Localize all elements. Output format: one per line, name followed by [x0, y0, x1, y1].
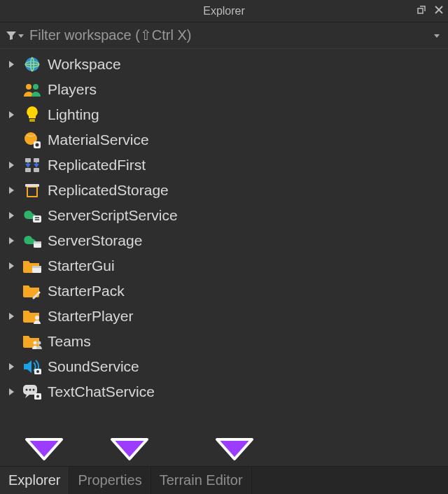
chevron-right-icon	[9, 61, 14, 68]
tree-item-replicatedfirst[interactable]: ReplicatedFirst	[0, 153, 448, 178]
svg-rect-9	[34, 158, 39, 162]
explorer-tree: WorkspacePlayersLightingMaterialServiceR…	[0, 49, 448, 432]
expand-toggle[interactable]	[6, 313, 17, 320]
svg-point-31	[36, 395, 39, 398]
annotation-arrow-icon	[109, 437, 150, 460]
tree-item-label: ServerScriptService	[48, 207, 178, 224]
filter-icon[interactable]	[6, 31, 24, 41]
svg-rect-19	[32, 266, 41, 268]
tree-item-label: TextChatService	[48, 383, 155, 400]
panel-title: Explorer	[203, 5, 245, 17]
expand-toggle[interactable]	[6, 262, 17, 269]
svg-rect-17	[34, 241, 41, 244]
tree-item-soundservice[interactable]: SoundService	[0, 354, 448, 379]
svg-rect-10	[25, 168, 31, 172]
tab-terrain-editor[interactable]: Terrain Editor	[151, 467, 252, 494]
tab-label: Properties	[78, 472, 141, 488]
filter-menu-chevron-icon[interactable]	[434, 34, 440, 38]
tree-item-label: StarterGui	[48, 257, 115, 274]
folder-people-icon	[22, 332, 42, 351]
folder-wand-icon	[22, 281, 42, 301]
cloud-box-icon	[22, 231, 42, 250]
chevron-right-icon	[9, 212, 14, 219]
tree-item-label: ServerStorage	[48, 232, 142, 249]
chevron-right-icon	[9, 111, 14, 118]
tree-item-serverscriptservice[interactable]: ServerScriptService	[0, 203, 448, 228]
tree-item-label: Teams	[48, 333, 91, 350]
svg-marker-32	[27, 439, 62, 459]
tab-properties[interactable]: Properties	[69, 467, 150, 494]
svg-point-27	[26, 389, 28, 391]
chevron-right-icon	[9, 162, 14, 169]
tree-item-materialservice[interactable]: MaterialService	[0, 127, 448, 153]
svg-rect-15	[33, 216, 41, 223]
svg-point-29	[33, 389, 35, 391]
popout-icon[interactable]	[416, 4, 427, 18]
tree-item-players[interactable]: Players	[0, 77, 448, 102]
tree-item-label: Lighting	[48, 106, 99, 123]
expand-toggle[interactable]	[6, 212, 17, 219]
expand-toggle[interactable]	[6, 162, 17, 169]
svg-point-25	[36, 370, 39, 373]
tree-item-lighting[interactable]: Lighting	[0, 102, 448, 127]
tree-item-label: StarterPack	[48, 283, 125, 299]
folder-person-icon	[22, 306, 42, 326]
tabbar: ExplorerPropertiesTerrain Editor	[0, 466, 448, 494]
svg-marker-33	[112, 439, 147, 459]
svg-point-28	[29, 389, 31, 391]
svg-rect-4	[29, 119, 35, 122]
expand-toggle[interactable]	[6, 111, 17, 118]
globe-icon	[22, 55, 42, 74]
chevron-right-icon	[9, 363, 14, 370]
chevron-right-icon	[9, 187, 14, 194]
tree-item-workspace[interactable]: Workspace	[0, 52, 448, 77]
tab-label: Explorer	[8, 472, 60, 488]
tree-item-starterplayer[interactable]: StarterPlayer	[0, 304, 448, 329]
explorer-panel: Explorer WorkspacePlayersLightingMateria…	[0, 0, 448, 494]
tree-item-label: Players	[48, 81, 97, 98]
tree-item-textchatservice[interactable]: TextChatService	[0, 379, 448, 404]
filter-row	[0, 22, 448, 49]
bin-icon	[22, 181, 42, 200]
tree-item-replicatedstorage[interactable]: ReplicatedStorage	[0, 178, 448, 203]
tree-item-label: MaterialService	[48, 132, 149, 148]
svg-rect-13	[25, 184, 39, 187]
tree-item-label: ReplicatedStorage	[48, 182, 169, 199]
close-icon[interactable]	[434, 5, 444, 17]
tree-item-starterpack[interactable]: StarterPack	[0, 278, 448, 304]
svg-marker-34	[217, 439, 252, 459]
chevron-right-icon	[9, 388, 14, 395]
annotation-arrows-row	[0, 432, 448, 466]
tab-explorer[interactable]: Explorer	[0, 467, 69, 494]
tree-item-serverstorage[interactable]: ServerStorage	[0, 228, 448, 253]
folder-window-icon	[22, 256, 42, 276]
chevron-right-icon	[9, 313, 14, 320]
annotation-arrow-icon	[214, 437, 255, 460]
expand-toggle[interactable]	[6, 388, 17, 395]
svg-point-2	[26, 84, 31, 90]
replicate-down-icon	[22, 155, 42, 175]
svg-point-20	[38, 292, 40, 293]
window-buttons	[416, 0, 444, 22]
cloud-script-icon	[22, 206, 42, 225]
svg-point-7	[36, 143, 39, 147]
tab-label: Terrain Editor	[160, 472, 243, 488]
bulb-icon	[22, 105, 42, 125]
annotation-arrow-icon	[24, 437, 64, 460]
tree-item-label: SoundService	[48, 358, 139, 375]
expand-toggle[interactable]	[6, 363, 17, 370]
svg-rect-11	[34, 168, 39, 172]
svg-point-21	[35, 316, 39, 320]
chevron-right-icon	[9, 262, 14, 269]
speaker-badge-icon	[22, 357, 42, 376]
sphere-badge-icon	[22, 130, 42, 150]
tree-item-startergui[interactable]: StarterGui	[0, 253, 448, 278]
svg-rect-14	[28, 188, 36, 196]
svg-point-23	[38, 341, 41, 345]
tree-item-teams[interactable]: Teams	[0, 329, 448, 354]
expand-toggle[interactable]	[6, 237, 17, 244]
svg-rect-8	[25, 158, 31, 162]
expand-toggle[interactable]	[6, 61, 17, 68]
expand-toggle[interactable]	[6, 187, 17, 194]
filter-input[interactable]	[29, 27, 428, 43]
